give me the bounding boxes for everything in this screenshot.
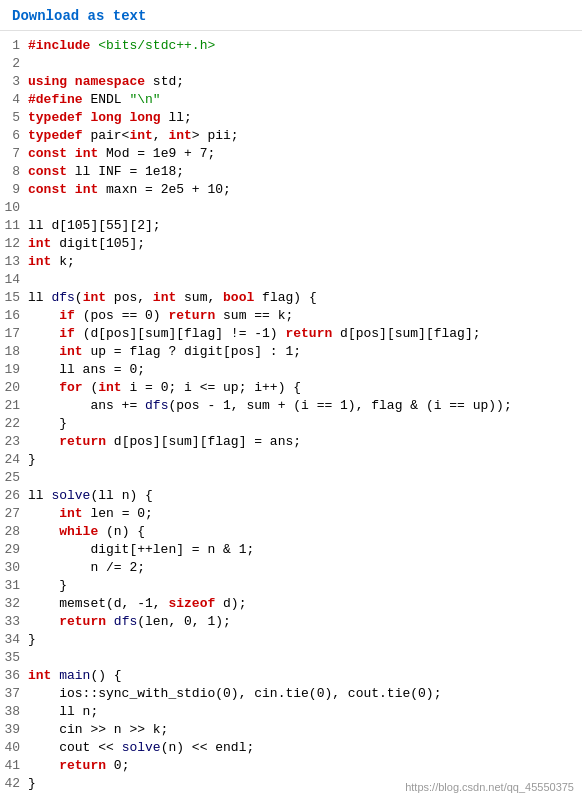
- token-plain: memset(d, -1,: [28, 596, 168, 611]
- code-line: 13int k;: [0, 253, 582, 271]
- token-kw: typedef: [28, 110, 83, 125]
- token-fn: dfs: [145, 398, 168, 413]
- line-content: }: [28, 415, 582, 433]
- token-kw: int: [168, 128, 191, 143]
- token-plain: k;: [51, 254, 74, 269]
- token-plain: ll;: [161, 110, 192, 125]
- line-number: 15: [0, 289, 28, 307]
- download-link[interactable]: Download as text: [12, 8, 146, 24]
- token-plain: maxn = 2e5 + 10;: [98, 182, 231, 197]
- token-kw: const: [28, 164, 67, 179]
- line-number: 5: [0, 109, 28, 127]
- line-content: memset(d, -1, sizeof d);: [28, 595, 582, 613]
- token-plain: digit[++len] = n & 1;: [28, 542, 254, 557]
- token-plain: ll: [28, 290, 51, 305]
- line-number: 3: [0, 73, 28, 91]
- token-kw: const: [28, 182, 67, 197]
- code-line: 15ll dfs(int pos, int sum, bool flag) {: [0, 289, 582, 307]
- line-content: [28, 271, 582, 289]
- token-plain: Mod = 1e9 + 7;: [98, 146, 215, 161]
- line-content: ll dfs(int pos, int sum, bool flag) {: [28, 289, 582, 307]
- line-number: 8: [0, 163, 28, 181]
- token-kw: return: [59, 434, 106, 449]
- line-content: }: [28, 577, 582, 595]
- line-content: [28, 649, 582, 667]
- line-number: 22: [0, 415, 28, 433]
- line-number: 25: [0, 469, 28, 487]
- line-number: 34: [0, 631, 28, 649]
- line-number: 16: [0, 307, 28, 325]
- line-number: 31: [0, 577, 28, 595]
- line-content: return dfs(len, 0, 1);: [28, 613, 582, 631]
- code-line: 2: [0, 55, 582, 73]
- token-kw: int: [75, 146, 98, 161]
- token-kw: long: [129, 110, 160, 125]
- code-line: 6typedef pair<int, int> pii;: [0, 127, 582, 145]
- code-line: 30 n /= 2;: [0, 559, 582, 577]
- token-fn: dfs: [114, 614, 137, 629]
- code-line: 34}: [0, 631, 582, 649]
- code-line: 5typedef long long ll;: [0, 109, 582, 127]
- token-kw: int: [153, 290, 176, 305]
- code-line: 27 int len = 0;: [0, 505, 582, 523]
- line-number: 17: [0, 325, 28, 343]
- line-number: 19: [0, 361, 28, 379]
- token-kw: #include: [28, 38, 90, 53]
- token-plain: }: [28, 632, 36, 647]
- line-content: ll ans = 0;: [28, 361, 582, 379]
- token-plain: [28, 344, 59, 359]
- token-plain: n /= 2;: [28, 560, 145, 575]
- token-kw: int: [129, 128, 152, 143]
- line-number: 10: [0, 199, 28, 217]
- token-plain: }: [28, 578, 67, 593]
- code-area: 1#include <bits/stdc++.h>2 3using namesp…: [0, 31, 582, 799]
- token-plain: sum == k;: [215, 308, 293, 323]
- line-number: 36: [0, 667, 28, 685]
- line-content: ll solve(ll n) {: [28, 487, 582, 505]
- token-plain: ll n;: [28, 704, 98, 719]
- token-kw: const: [28, 146, 67, 161]
- token-kw: return: [285, 326, 332, 341]
- token-plain: 0;: [106, 758, 129, 773]
- token-plain: ll ans = 0;: [28, 362, 145, 377]
- token-plain: pos,: [106, 290, 153, 305]
- line-number: 20: [0, 379, 28, 397]
- token-kw: bool: [223, 290, 254, 305]
- watermark: https://blog.csdn.net/qq_45550375: [405, 781, 574, 793]
- line-number: 30: [0, 559, 28, 577]
- line-content: int up = flag ? digit[pos] : 1;: [28, 343, 582, 361]
- token-fn: main: [59, 668, 90, 683]
- line-content: [28, 55, 582, 73]
- token-plain: (d[pos][sum][flag] != -1): [75, 326, 286, 341]
- code-line: 38 ll n;: [0, 703, 582, 721]
- token-plain: (n) << endl;: [161, 740, 255, 755]
- token-plain: up = flag ? digit[pos] : 1;: [83, 344, 301, 359]
- line-number: 29: [0, 541, 28, 559]
- token-kw: for: [59, 380, 82, 395]
- code-line: 24}: [0, 451, 582, 469]
- line-content: }: [28, 631, 582, 649]
- code-line: 28 while (n) {: [0, 523, 582, 541]
- line-content: #define ENDL "\n": [28, 91, 582, 109]
- line-content: digit[++len] = n & 1;: [28, 541, 582, 559]
- line-content: const ll INF = 1e18;: [28, 163, 582, 181]
- token-kw: int: [28, 668, 51, 683]
- token-plain: d[pos][sum][flag] = ans;: [106, 434, 301, 449]
- line-content: return d[pos][sum][flag] = ans;: [28, 433, 582, 451]
- code-line: 11ll d[105][55][2];: [0, 217, 582, 235]
- token-plain: ENDL: [83, 92, 130, 107]
- line-number: 35: [0, 649, 28, 667]
- token-kw: long: [90, 110, 121, 125]
- line-number: 7: [0, 145, 28, 163]
- token-str: <bits/stdc++.h>: [98, 38, 215, 53]
- code-line: 8const ll INF = 1e18;: [0, 163, 582, 181]
- token-kw: while: [59, 524, 98, 539]
- token-plain: }: [28, 416, 67, 431]
- code-line: 16 if (pos == 0) return sum == k;: [0, 307, 582, 325]
- token-plain: [28, 434, 59, 449]
- line-number: 37: [0, 685, 28, 703]
- token-kw: int: [59, 344, 82, 359]
- token-plain: ans +=: [28, 398, 145, 413]
- line-number: 38: [0, 703, 28, 721]
- line-content: ans += dfs(pos - 1, sum + (i == 1), flag…: [28, 397, 582, 415]
